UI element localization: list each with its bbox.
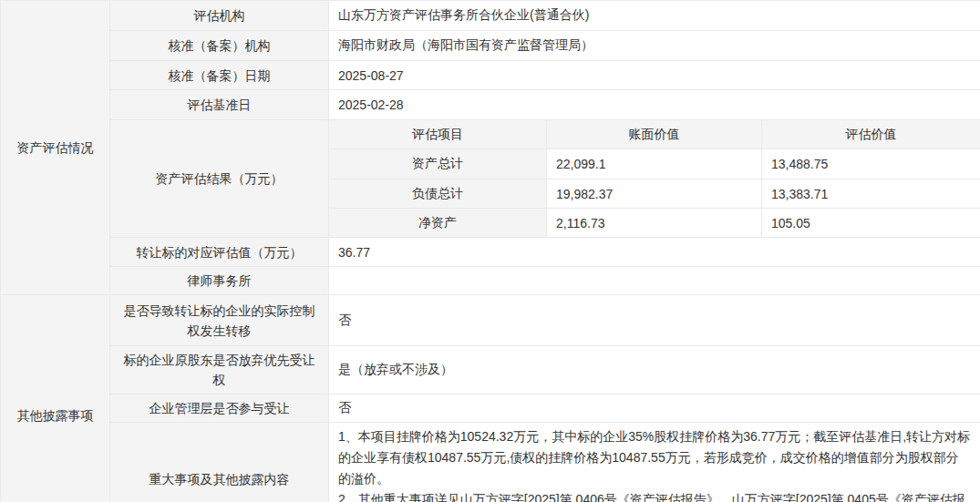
field-value-valuation-base-date: 2025-02-28	[329, 90, 980, 120]
asset-evaluation-page: 资产评估情况 评估机构 山东万方资产评估事务所合伙企业(普通合伙) 核准（备案）…	[0, 0, 980, 502]
field-label-control-transfer: 是否导致转让标的企业的实际控制权发生转移	[110, 295, 329, 346]
subtable-item-net-assets: 净资产	[329, 209, 547, 238]
field-label-major-matters: 重大事项及其他披露内容	[110, 423, 329, 502]
field-value-control-transfer: 否	[329, 295, 980, 346]
field-label-law-firm: 律师事务所	[110, 267, 329, 295]
subtable-book-value-total-assets: 22,099.1	[547, 149, 762, 179]
subtable-assessed-value-net-assets: 105.05	[762, 209, 980, 238]
subtable-book-value-net-assets: 2,116.73	[547, 209, 762, 238]
field-label-management-participation: 企业管理层是否参与受让	[110, 394, 329, 423]
field-value-approval-date: 2025-08-27	[329, 61, 980, 90]
field-label-transfer-target-value: 转让标的对应评估值（万元）	[110, 238, 329, 267]
section-title-other-disclosures: 其他披露事项	[1, 295, 110, 502]
field-label-evaluation-agency: 评估机构	[110, 1, 329, 31]
field-value-major-matters: 1、本项目挂牌价格为10524.32万元，其中标的企业35%股权挂牌价格为36.…	[329, 423, 980, 502]
field-value-law-firm	[329, 267, 980, 295]
section-title-asset-evaluation: 资产评估情况	[1, 1, 110, 295]
subtable-book-value-total-liabilities: 19,982.37	[547, 179, 762, 209]
field-label-valuation-result: 资产评估结果（万元）	[110, 120, 329, 238]
subtable-header-book-value: 账面价值	[547, 120, 762, 149]
subtable-item-total-liabilities: 负债总计	[329, 179, 547, 209]
field-label-valuation-base-date: 评估基准日	[110, 90, 329, 120]
field-value-management-participation: 否	[329, 394, 980, 423]
disclosure-paragraph-1: 1、本项目挂牌价格为10524.32万元，其中标的企业35%股权挂牌价格为36.…	[338, 426, 971, 489]
subtable-item-total-assets: 资产总计	[329, 149, 547, 179]
field-label-approval-agency: 核准（备案）机构	[110, 31, 329, 61]
subtable-header-item: 评估项目	[329, 120, 547, 149]
subtable-assessed-value-total-liabilities: 13,383.71	[762, 179, 980, 209]
field-value-preemptive-right-waiver: 是（放弃或不涉及）	[329, 346, 980, 394]
subtable-assessed-value-total-assets: 13,488.75	[762, 149, 980, 179]
field-label-preemptive-right-waiver: 标的企业原股东是否放弃优先受让权	[110, 346, 329, 394]
subtable-header-assessed-value: 评估价值	[762, 120, 980, 149]
field-value-evaluation-agency: 山东万方资产评估事务所合伙企业(普通合伙)	[329, 1, 980, 31]
field-value-transfer-target-value: 36.77	[329, 238, 980, 267]
asset-evaluation-table: 资产评估情况 评估机构 山东万方资产评估事务所合伙企业(普通合伙) 核准（备案）…	[0, 0, 980, 502]
field-value-approval-agency: 海阳市财政局（海阳市国有资产监督管理局）	[329, 31, 980, 61]
field-label-approval-date: 核准（备案）日期	[110, 61, 329, 90]
disclosure-paragraph-2: 2、其他重大事项详见山万方评字[2025]第 0406号《资产评估报告》、山万方…	[338, 489, 971, 502]
